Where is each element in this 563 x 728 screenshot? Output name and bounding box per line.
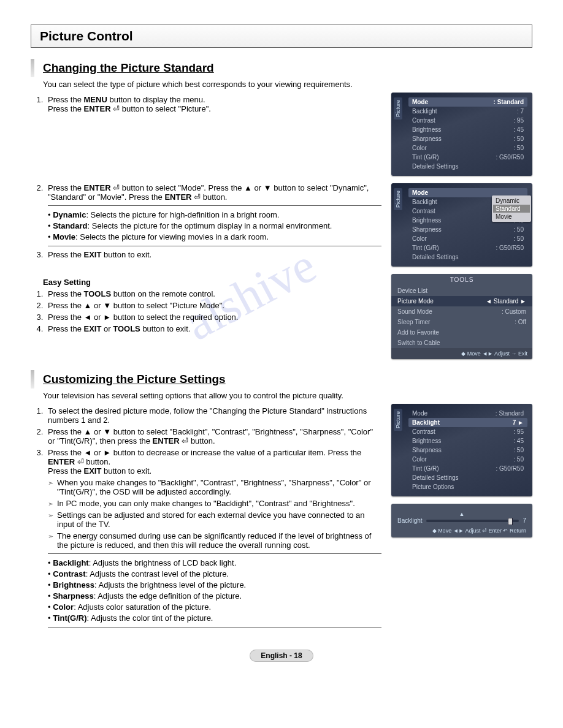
note-item: When you make changes to "Backlight", "C… [48, 478, 381, 496]
page-title: Picture Control [31, 25, 532, 48]
slider-value: 7 [523, 517, 526, 524]
tools-row: Switch to Cable [391, 338, 532, 348]
page-footer: English - 18 [31, 650, 532, 662]
text: button to exit. [101, 250, 151, 259]
submenu-item: Dynamic [493, 197, 530, 205]
mode-dynamic-desc: : Selects the picture for high-definitio… [86, 210, 279, 219]
osd-row: Tint (G/R): G50/R50 [408, 243, 527, 252]
osd-row: Sharpness: 50 [408, 134, 527, 143]
text: Press the [48, 104, 84, 113]
tools-popup: TOOLS Device ListPicture Mode◄ Standard … [391, 274, 532, 359]
slider-track [426, 520, 519, 522]
setting-definitions: Backlight: Adjusts the brightness of LCD… [48, 553, 381, 628]
easy-setting-steps: Press the TOOLS button on the remote con… [45, 289, 381, 333]
text: Press the [48, 183, 84, 192]
step-2: Press the ENTER ⏎ button to select "Mode… [45, 183, 381, 246]
key-exit: EXIT [84, 324, 102, 333]
easy-step-3: Press the ◄ or ► button to select the re… [45, 313, 381, 322]
text: ⏎ button. [180, 436, 215, 446]
osd-row: Contrast: 95 [408, 116, 527, 125]
text: Press the [48, 250, 84, 259]
osd-picture-menu-3: Picture Mode: StandardBacklight7 ►Contra… [391, 404, 532, 496]
section-heading-2: Customizing the Picture Settings [31, 370, 532, 389]
step-3: Press the EXIT button to exit. [45, 250, 381, 259]
osd-picture-menu-2: Picture ModeBacklightContrastBrightness:… [391, 183, 532, 267]
osd-picture-menu-1: Picture Mode: StandardBacklight: 7Contra… [391, 93, 532, 176]
submenu-item: Standard [493, 205, 530, 213]
definition-item: Tint(G/R): Adjusts the color tint of the… [48, 613, 381, 623]
osd-row: Color: 50 [408, 455, 527, 464]
mode-movie-desc: : Selects the picture for viewing movies… [75, 232, 269, 241]
tools-row: Sleep Timer: Off [391, 317, 532, 327]
text: button on the remote control. [111, 289, 215, 298]
osd-row: Picture Options [408, 482, 527, 491]
text: Press the ◄ or ► button to decrease or i… [48, 448, 361, 457]
mode-bullets: • Dynamic: Selects the picture for high-… [48, 205, 381, 246]
osd-row: Sharpness: 50 [408, 225, 527, 234]
tools-footer: ◆ Move ◄► Adjust → Exit [391, 348, 532, 359]
notes: When you make changes to "Backlight", "C… [48, 478, 381, 550]
text: button to display the menu. [107, 95, 205, 104]
mode-dynamic-label: Dynamic [53, 210, 86, 219]
osd-row: Sharpness: 50 [408, 446, 527, 455]
text: Press the [48, 466, 84, 476]
text: button to exit. [101, 466, 151, 476]
text: Press the [48, 324, 84, 333]
key-exit: EXIT [84, 250, 102, 259]
mode-standard-label: Standard [53, 221, 87, 230]
s2-step-1: To select the desired picture mode, foll… [45, 406, 381, 425]
osd-row: Detailed Settings [408, 162, 527, 171]
key-tools: TOOLS [84, 289, 112, 298]
key-tools: TOOLS [113, 324, 140, 333]
osd-row: Mode: Standard [408, 409, 527, 418]
tools-row: Sound Mode: Custom [391, 306, 532, 317]
text: ⏎ button. [75, 457, 110, 466]
easy-setting-heading: Easy Setting [43, 278, 381, 287]
osd-row: Mode: Standard [408, 97, 527, 107]
osd-tab-picture: Picture [394, 97, 402, 119]
osd-row: Detailed Settings [408, 252, 527, 262]
easy-step-4: Press the EXIT or TOOLS button to exit. [45, 324, 381, 333]
tools-row: Device List [391, 286, 532, 296]
note-item: In PC mode, you can only make changes to… [48, 499, 381, 508]
text: Press the ◄ or ► button to select the re… [48, 313, 238, 322]
step-1: Press the MENU button to display the men… [45, 95, 381, 181]
tools-row: Picture Mode◄ Standard ► [391, 296, 532, 306]
section-heading-1: Changing the Picture Standard [31, 59, 532, 77]
osd-mode-submenu: DynamicStandardMovie [492, 195, 531, 222]
key-enter: ENTER [84, 104, 111, 113]
text: Press the [48, 95, 84, 104]
definition-item: Contrast: Adjusts the contrast level of … [48, 569, 381, 578]
text: ⏎ button to select "Picture". [111, 104, 211, 113]
tools-row: Add to Favorite [391, 327, 532, 338]
slider-label: Backlight [397, 517, 423, 524]
osd-row: Backlight7 ► [408, 418, 527, 427]
mode-movie-label: Movie [53, 232, 75, 241]
osd-tab-picture: Picture [394, 188, 402, 210]
tools-title: TOOLS [391, 274, 532, 286]
osd-row: Detailed Settings [408, 473, 527, 482]
note-item: Settings can be adjusted and stored for … [48, 510, 381, 529]
section1-intro: You can select the type of picture which… [43, 80, 532, 89]
slider-thumb [508, 518, 513, 525]
key-exit: EXIT [84, 466, 102, 476]
s2-step-2: Press the ▲ or ▼ button to select "Backl… [45, 427, 381, 446]
osd-row: Color: 50 [408, 143, 527, 153]
text: or [101, 324, 113, 333]
definition-item: Brightness: Adjusts the brightness level… [48, 580, 381, 590]
osd-row: Brightness: 45 [408, 125, 527, 134]
osd-row: Tint (G/R): G50/R50 [408, 464, 527, 473]
mode-standard-desc: : Selects the picture for the optimum di… [88, 221, 332, 230]
key-enter: ENTER [84, 183, 111, 192]
osd-row: Tint (G/R): G50/R50 [408, 153, 527, 162]
easy-step-1: Press the TOOLS button on the remote con… [45, 289, 381, 298]
s2-step-3: Press the ◄ or ► button to decrease or i… [45, 448, 381, 628]
note-item: The energy consumed during use can be si… [48, 531, 381, 550]
text: button to exit. [140, 324, 191, 333]
definition-item: Sharpness: Adjusts the edge definition o… [48, 591, 381, 601]
osd-row: Brightness: 45 [408, 436, 527, 446]
definition-item: Backlight: Adjusts the brightness of LCD… [48, 558, 381, 567]
osd-row: Backlight: 7 [408, 107, 527, 116]
osd-row: Contrast: 95 [408, 427, 527, 436]
section1-steps: Press the MENU button to display the men… [45, 95, 381, 259]
